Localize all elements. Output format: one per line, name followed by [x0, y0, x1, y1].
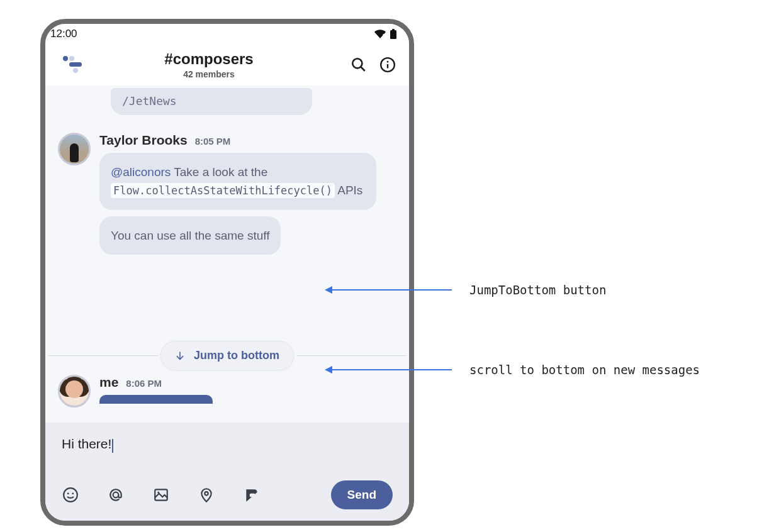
image-icon [153, 487, 169, 503]
member-count: 42 members [76, 69, 342, 79]
svg-rect-0 [383, 34, 384, 37]
svg-rect-21 [250, 494, 255, 497]
svg-point-19 [157, 492, 159, 494]
composer-input-wrap[interactable]: Hi there! [62, 436, 393, 453]
search-icon [351, 57, 367, 73]
annotation-arrow [332, 369, 452, 370]
message-group-me: me 8:06 PM [58, 375, 396, 407]
author-name: Taylor Brooks [99, 133, 188, 148]
location-button[interactable] [198, 486, 215, 504]
svg-point-20 [205, 492, 208, 495]
avatar-taylor[interactable] [58, 133, 91, 165]
annotation-label-jump: JumpToBottom button [469, 283, 606, 297]
image-button[interactable] [152, 486, 170, 504]
message-bubble[interactable]: You can use all the same stuff [99, 216, 281, 255]
jump-to-bottom-button[interactable]: Jump to bottom [160, 341, 294, 370]
composer-input[interactable]: Hi there! [62, 436, 111, 451]
text-cursor [112, 439, 113, 453]
mention[interactable]: @aliconors [111, 165, 171, 179]
message-text: Take a look at the [171, 165, 267, 179]
status-bar: 12:00 [45, 24, 409, 42]
emoji-button[interactable] [62, 486, 79, 504]
info-button[interactable] [379, 56, 396, 74]
video-call-button[interactable] [243, 486, 261, 504]
location-icon [198, 487, 215, 503]
author-name: me [99, 375, 118, 390]
svg-marker-22 [255, 493, 257, 497]
channel-name: #composers [76, 50, 342, 68]
svg-point-14 [64, 488, 77, 502]
chat-area[interactable]: /JetNews Taylor Brooks 8:05 PM @aliconor… [45, 86, 409, 450]
emoji-icon [62, 487, 79, 503]
status-icons [374, 29, 396, 39]
today-divider: Jump to bottom [45, 341, 409, 370]
svg-rect-3 [392, 29, 395, 31]
annotation-arrow-head [325, 366, 332, 374]
svg-point-4 [63, 56, 68, 61]
composer: Hi there! Send [45, 423, 409, 521]
app-bar: #composers 42 members [45, 42, 409, 86]
annotation-label-scroll: scroll to bottom on new messages [469, 363, 700, 377]
svg-point-17 [113, 492, 119, 498]
message-bubble-partial[interactable] [99, 395, 213, 404]
svg-point-16 [72, 492, 74, 494]
app-logo[interactable] [59, 51, 87, 79]
avatar-me[interactable] [58, 375, 91, 407]
send-button[interactable]: Send [331, 480, 393, 509]
arrow-down-icon [175, 351, 185, 361]
at-icon [108, 487, 124, 503]
svg-point-12 [387, 61, 389, 63]
message-group-taylor: Taylor Brooks 8:05 PM @aliconors Take a … [58, 133, 396, 261]
info-icon [379, 57, 396, 73]
svg-rect-2 [390, 30, 396, 39]
svg-rect-1 [383, 38, 384, 39]
svg-rect-6 [69, 62, 82, 67]
battery-icon [390, 29, 396, 39]
appbar-title: #composers 42 members [76, 50, 342, 79]
svg-point-8 [352, 58, 362, 68]
message-bubble[interactable]: @aliconors Take a look at the Flow.colle… [99, 153, 376, 210]
status-time: 12:00 [50, 28, 77, 40]
wifi-alert-icon [374, 29, 386, 39]
message-time: 8:05 PM [195, 136, 231, 147]
svg-point-7 [73, 68, 78, 73]
phone-frame: 12:00 #composers 42 members [40, 19, 414, 526]
mention-button[interactable] [107, 486, 125, 504]
svg-point-5 [69, 56, 74, 61]
message-time: 8:06 PM [126, 378, 162, 389]
video-icon [244, 487, 260, 503]
message-bubble-prev[interactable]: /JetNews [111, 88, 312, 115]
inline-code: Flow.collectAsStateWithLifecycle() [111, 183, 335, 198]
jump-label: Jump to bottom [194, 349, 279, 362]
search-button[interactable] [350, 56, 368, 74]
message-text: APIs [335, 184, 362, 197]
svg-line-9 [361, 67, 365, 71]
svg-point-15 [67, 492, 69, 494]
annotation-arrow [332, 289, 452, 291]
annotation-arrow-head [325, 286, 332, 294]
